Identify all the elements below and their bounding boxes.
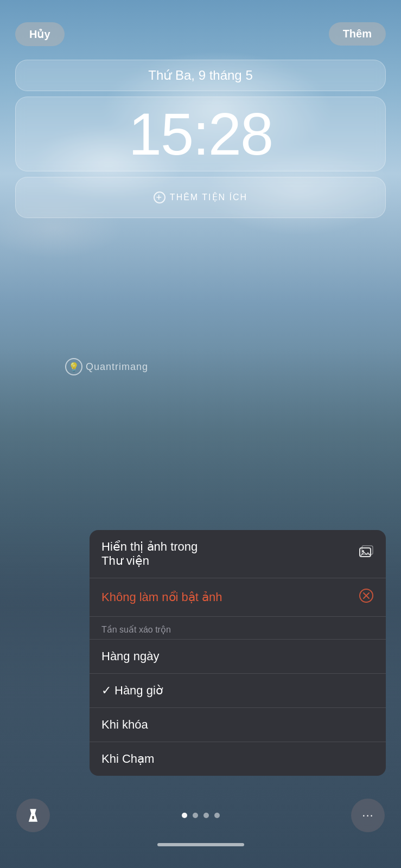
- dot-4: [214, 813, 220, 818]
- menu-item-daily[interactable]: Hàng ngày: [90, 640, 386, 674]
- dot-1: [182, 813, 187, 818]
- time-widget: 15:28: [15, 97, 386, 171]
- menu-item-no-featured[interactable]: Không làm nổi bật ảnh: [90, 578, 386, 617]
- add-widget-button[interactable]: + THÊM TIỆN ÍCH: [15, 177, 386, 218]
- svg-rect-4: [32, 816, 34, 819]
- add-button[interactable]: Thêm: [329, 22, 386, 46]
- page-indicator: [182, 813, 220, 818]
- photo-library-icon: [359, 545, 374, 563]
- watermark: 💡 Quantrimang: [65, 358, 148, 375]
- svg-point-2: [362, 550, 364, 552]
- widgets-area: Thứ Ba, 9 tháng 5 15:28 + THÊM TIỆN ÍCH: [15, 60, 386, 218]
- context-menu: Hiển thị ảnh trong Thư viện Không làm nổ…: [90, 530, 386, 776]
- x-circle-icon: [359, 588, 374, 607]
- menu-item-show-library[interactable]: Hiển thị ảnh trong Thư viện: [90, 530, 386, 578]
- top-bar: Hủy Thêm: [0, 0, 401, 52]
- menu-item-on-tap[interactable]: Khi Chạm: [90, 742, 386, 776]
- home-indicator: [157, 843, 244, 846]
- bulb-icon: 💡: [65, 358, 82, 375]
- dot-2: [193, 813, 198, 818]
- date-widget: Thứ Ba, 9 tháng 5: [15, 60, 386, 91]
- cancel-button[interactable]: Hủy: [15, 22, 65, 46]
- bottom-controls: ···: [0, 799, 401, 832]
- checkmark-icon: ✓: [101, 684, 111, 698]
- menu-item-on-lock[interactable]: Khi khóa: [90, 708, 386, 742]
- plus-icon: +: [154, 192, 166, 203]
- flashlight-icon: [26, 808, 41, 823]
- flashlight-button[interactable]: [16, 799, 50, 832]
- more-button[interactable]: ···: [351, 799, 385, 832]
- menu-section-header: Tần suất xáo trộn: [90, 617, 386, 640]
- menu-item-hourly[interactable]: ✓ Hàng giờ: [90, 674, 386, 708]
- bottom-area: ···: [0, 799, 401, 846]
- dot-3: [203, 813, 209, 818]
